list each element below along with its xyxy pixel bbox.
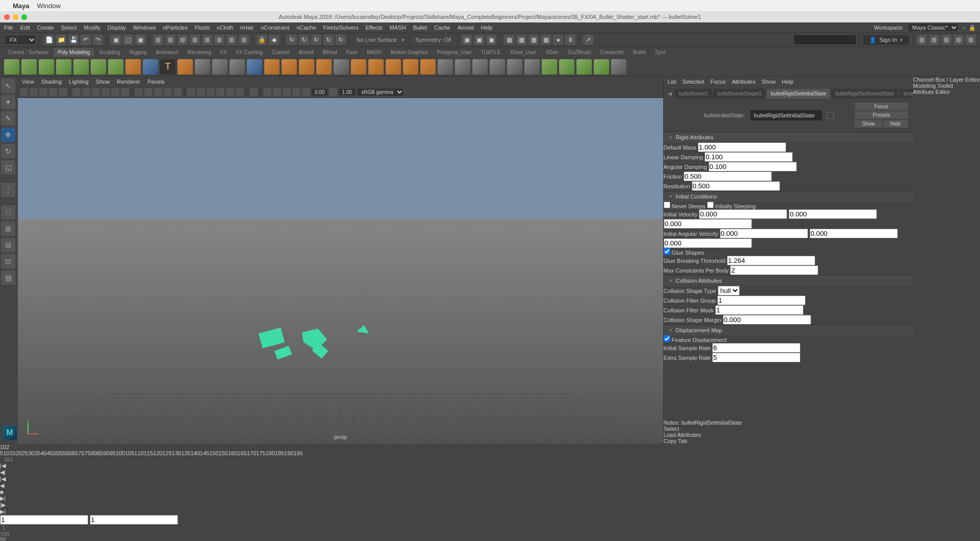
shelf-tab-bifrost[interactable]: Bifrost — [318, 48, 341, 57]
menu-fluids[interactable]: Fluids — [195, 24, 210, 31]
snap-curve-icon[interactable]: ⊞ — [165, 35, 175, 45]
vp-shadows-icon[interactable] — [164, 88, 172, 96]
menu-file[interactable]: File — [4, 24, 13, 31]
presets-button[interactable]: Presets — [855, 111, 908, 119]
shelf-tab-fx[interactable]: FX — [216, 48, 231, 57]
start-frame-outer[interactable] — [0, 515, 88, 525]
vp-camera-icon[interactable] — [20, 88, 28, 96]
shelf-type-icon[interactable]: T — [160, 59, 175, 75]
vp-menu-view[interactable]: View — [22, 79, 34, 85]
magnet-icon[interactable]: ◆ — [269, 35, 279, 45]
load-attributes-button[interactable]: Load Attributes — [664, 432, 913, 438]
workspace-lock-icon[interactable]: ▫ — [963, 24, 965, 31]
shelf-cube-icon[interactable] — [21, 59, 37, 75]
go-to-end-button[interactable]: ▶| — [0, 508, 980, 515]
layout1-icon[interactable]: ▦ — [504, 35, 514, 45]
shelf-target-icon[interactable] — [524, 59, 540, 75]
attr-menu-focus[interactable]: Focus — [710, 79, 725, 85]
vp-film-gate-icon[interactable] — [82, 88, 90, 96]
attr-menu-attributes[interactable]: Attributes — [732, 79, 755, 85]
shelf-mirror-icon[interactable] — [316, 59, 332, 75]
history5-icon[interactable]: ↻ — [336, 35, 346, 45]
layout-outliner[interactable]: ▤ — [1, 270, 15, 285]
menu-arnold[interactable]: Arnold — [458, 24, 474, 31]
attr-menu-list[interactable]: List — [668, 79, 676, 85]
shelf-tab-gozbrush[interactable]: GoZBrush — [564, 48, 595, 57]
shelf-retopo-icon[interactable] — [559, 59, 574, 75]
toolkit-icon[interactable]: ⊞ — [929, 35, 939, 45]
vp-safe-title-icon[interactable] — [121, 88, 129, 96]
menu-window[interactable]: Window — [37, 2, 61, 10]
mode-select[interactable]: FX — [4, 35, 36, 45]
new-scene-icon[interactable]: 📄 — [44, 35, 54, 45]
render-icon[interactable]: ▣ — [462, 35, 472, 45]
snap-view-icon[interactable]: ⊞ — [214, 35, 224, 45]
go-to-start-button[interactable]: |◀ — [0, 462, 980, 469]
paint-select-icon[interactable]: ▣ — [135, 35, 145, 45]
initially-sleeping-checkbox[interactable] — [707, 202, 714, 208]
menu-effects[interactable]: Effects — [365, 24, 382, 31]
attr-menu-selected[interactable]: Selected — [683, 79, 705, 85]
restitution-field[interactable] — [692, 181, 780, 191]
node-icon[interactable] — [827, 112, 834, 119]
play-backward-button[interactable]: ◀ — [0, 482, 980, 489]
feature-displacement-checkbox[interactable] — [664, 335, 670, 342]
menu-fieldssolvers[interactable]: Fields/Solvers — [323, 24, 358, 31]
shelf-connect-icon[interactable] — [507, 59, 522, 75]
menu-display[interactable]: Display — [108, 24, 126, 31]
shelf-collapse-icon[interactable] — [403, 59, 418, 75]
maximize-button[interactable] — [21, 14, 27, 20]
history3-icon[interactable]: ↻ — [311, 35, 321, 45]
save-scene-icon[interactable]: 💾 — [68, 35, 79, 45]
vp-toggle4-icon[interactable] — [292, 88, 300, 96]
undo-icon[interactable]: ↶ — [81, 35, 91, 45]
menu-edit[interactable]: Edit — [20, 24, 30, 31]
focus-button[interactable]: Focus — [855, 103, 908, 110]
initial-velocity-z[interactable] — [664, 219, 752, 229]
angular-damping-field[interactable] — [709, 162, 797, 171]
symmetry-label[interactable]: Symmetry: Off — [415, 37, 451, 43]
vp-toggle2-icon[interactable] — [273, 88, 281, 96]
vp-menu-shading[interactable]: Shading — [41, 79, 62, 85]
layout2-icon[interactable]: ▦ — [516, 35, 526, 45]
shelf-tab-curves[interactable]: Curves / Surfaces — [4, 48, 53, 57]
vp-menu-show[interactable]: Show — [96, 79, 110, 85]
shelf-svg-icon[interactable] — [178, 59, 193, 75]
tab-bulletsolvershape1[interactable]: bulletSolverShape1 — [713, 89, 766, 99]
hide-button[interactable]: Hide — [883, 120, 908, 128]
vp-image-plane-icon[interactable] — [39, 88, 47, 96]
initial-sample-rate-field[interactable] — [712, 343, 800, 353]
initial-angular-velocity-x[interactable] — [720, 229, 808, 238]
shelf-tab-rigging[interactable]: Rigging — [125, 48, 150, 57]
vp-menu-panels[interactable]: Panels — [147, 79, 165, 85]
layout4-icon[interactable]: ▦ — [541, 35, 551, 45]
channel-icon[interactable]: ⊞ — [953, 35, 964, 45]
vp-xray-icon[interactable] — [187, 88, 195, 96]
shelf-tab-sculpting[interactable]: Sculpting — [95, 48, 124, 57]
layer-icon[interactable]: ⊞ — [966, 35, 976, 45]
vp-bookmarks-icon[interactable] — [30, 88, 38, 96]
next-key-button[interactable]: ▶| — [0, 495, 980, 502]
select-tool[interactable]: ↖ — [1, 79, 15, 93]
export-icon[interactable]: ↗ — [583, 35, 593, 45]
menu-modify[interactable]: Modify — [84, 24, 100, 31]
shelf-multicut-icon[interactable] — [472, 59, 488, 75]
shelf-torus-icon[interactable] — [73, 59, 89, 75]
select-button[interactable]: Select — [664, 426, 913, 432]
vp-gate-mask-icon[interactable] — [92, 88, 100, 96]
tab-bulletrigidsetsolvedstate[interactable]: bulletRigidSetSolvedState — [831, 89, 898, 99]
history-icon[interactable]: ↻ — [287, 35, 297, 45]
menu-nhair[interactable]: nHair — [240, 24, 254, 31]
shelf-sculpt-icon[interactable] — [594, 59, 609, 75]
vp-gamma-value[interactable]: 1.00 — [339, 89, 355, 95]
vp-toggle3-icon[interactable] — [283, 88, 291, 96]
snap-center-icon[interactable]: ⊞ — [227, 35, 237, 45]
redo-icon[interactable]: ↷ — [93, 35, 103, 45]
lock-icon[interactable]: 🔒 — [257, 35, 267, 45]
shelf-tab-polymodeling[interactable]: Poly Modeling — [54, 48, 94, 57]
collision-filter-group-field[interactable] — [717, 296, 806, 305]
shelf-crease-icon[interactable] — [576, 59, 592, 75]
vp-menu-lighting[interactable]: Lighting — [69, 79, 89, 85]
ipr-icon[interactable]: ▣ — [474, 35, 484, 45]
search-field[interactable] — [794, 35, 856, 44]
